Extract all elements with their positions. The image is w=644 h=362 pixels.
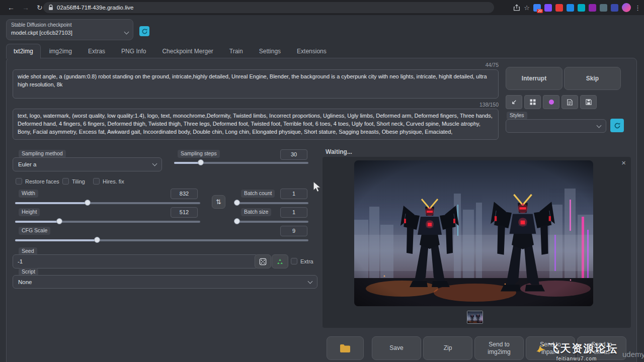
- sampling-steps-value[interactable]: 30: [280, 149, 307, 160]
- seed-input[interactable]: [13, 254, 258, 268]
- save-style-button[interactable]: [580, 95, 597, 109]
- purple-dot-icon: [548, 99, 554, 105]
- floppy-save-icon: [586, 99, 592, 105]
- chevron-down-icon: [308, 279, 313, 284]
- script-dropdown[interactable]: None: [13, 275, 317, 289]
- profile-avatar[interactable]: [622, 3, 631, 12]
- tab-extensions[interactable]: Extensions: [289, 44, 334, 59]
- send-to-img2img-button[interactable]: Send to img2img: [474, 336, 524, 360]
- hires-fix-label: Hires. fix: [103, 178, 124, 185]
- document-icon: [567, 99, 573, 106]
- restore-faces-checkbox[interactable]: Restore faces: [16, 178, 59, 185]
- styles-refresh-button[interactable]: [610, 119, 624, 132]
- paste-params-button[interactable]: [506, 95, 522, 109]
- hires-fix-checkbox[interactable]: Hires. fix: [93, 178, 124, 185]
- folder-icon: [340, 344, 351, 353]
- styles-dropdown[interactable]: [506, 119, 606, 133]
- batch-count-slider[interactable]: [235, 199, 308, 206]
- back-icon[interactable]: ←: [8, 0, 15, 15]
- width-label: Width: [19, 190, 38, 198]
- mouse-cursor: [313, 181, 324, 193]
- open-folder-button[interactable]: [327, 336, 364, 360]
- extension-icon[interactable]: [544, 4, 552, 12]
- prompt-token-counter: 44/75: [13, 62, 499, 68]
- batch-count-label: Batch count: [241, 190, 275, 198]
- output-gallery: ×: [323, 157, 631, 328]
- refresh-icon: [614, 122, 621, 129]
- height-value[interactable]: 512: [171, 207, 198, 218]
- extension-badge: 20: [537, 9, 543, 13]
- reuse-seed-button[interactable]: [272, 254, 288, 268]
- browser-toolbar: ← → ↻ 02a56ff4-71ff-439e.gradio.live ☆ 2…: [0, 0, 644, 15]
- height-label: Height: [19, 208, 40, 216]
- main-tabs: txt2img img2img Extras PNG Info Checkpoi…: [6, 44, 334, 59]
- extension-icon[interactable]: [555, 4, 563, 12]
- random-seed-button[interactable]: [255, 254, 271, 268]
- share-icon[interactable]: [513, 4, 520, 11]
- address-bar[interactable]: 02a56ff4-71ff-439e.gradio.live: [43, 2, 494, 13]
- cfg-scale-value[interactable]: 9: [280, 226, 307, 236]
- forward-icon[interactable]: →: [22, 0, 29, 15]
- extension-icon[interactable]: [578, 4, 585, 12]
- txt2img-panel: 44/75 wide shot angle, a (gundam:0.8) ro…: [6, 58, 637, 362]
- lock-icon: [48, 5, 53, 11]
- sampling-method-dropdown[interactable]: Euler a: [13, 157, 162, 171]
- height-slider[interactable]: [15, 218, 200, 225]
- reload-icon[interactable]: ↻: [37, 0, 43, 15]
- checkpoint-label: Stable Diffusion checkpoint: [11, 22, 128, 28]
- restore-faces-label: Restore faces: [25, 178, 59, 185]
- swap-icon: ⇅: [216, 198, 221, 206]
- batch-size-slider[interactable]: [235, 218, 308, 225]
- checkbox-icon: [291, 258, 297, 264]
- refresh-icon: [141, 28, 148, 35]
- url-text: 02a56ff4-71ff-439e.gradio.live: [57, 5, 133, 11]
- sampling-steps-slider[interactable]: [174, 159, 308, 166]
- negative-prompt-input[interactable]: text, logo, watermark, (worst quality, l…: [13, 109, 499, 140]
- save-button[interactable]: Save: [372, 336, 421, 360]
- skip-button[interactable]: Skip: [564, 67, 621, 90]
- checkpoint-value: model.ckpt [cc6cb27103]: [11, 30, 72, 36]
- sampling-method-value: Euler a: [18, 161, 36, 167]
- browser-menu-icon[interactable]: ⋮: [634, 4, 641, 12]
- sampling-method-label: Sampling method: [19, 150, 66, 158]
- tab-train[interactable]: Train: [222, 44, 251, 59]
- extension-icon[interactable]: [589, 4, 596, 12]
- gallery-thumbnail[interactable]: [467, 311, 483, 324]
- art-button[interactable]: [543, 95, 559, 109]
- batch-size-value[interactable]: 1: [280, 207, 307, 218]
- extension-icon[interactable]: [567, 4, 574, 12]
- batch-count-value[interactable]: 1: [280, 189, 307, 199]
- puzzle-extension-icon[interactable]: [600, 4, 607, 12]
- watermark-logo-icon: [535, 343, 546, 353]
- style-grid-button[interactable]: [524, 95, 541, 109]
- bookmark-star-icon[interactable]: ☆: [524, 4, 530, 12]
- interrupt-button[interactable]: Interrupt: [506, 67, 562, 90]
- checkpoint-dropdown[interactable]: Stable Diffusion checkpoint model.ckpt […: [6, 19, 133, 40]
- tab-settings[interactable]: Settings: [252, 44, 288, 59]
- zip-button[interactable]: Zip: [423, 336, 472, 360]
- tab-txt2img[interactable]: txt2img: [6, 44, 41, 59]
- arrow-down-left-icon: [511, 99, 517, 106]
- width-slider[interactable]: [15, 199, 200, 206]
- apply-style-button[interactable]: [561, 95, 578, 109]
- tab-img2img[interactable]: img2img: [42, 44, 79, 59]
- extension-icon[interactable]: [611, 4, 618, 12]
- cfg-scale-slider[interactable]: [15, 236, 308, 243]
- extension-icon[interactable]: 20: [533, 4, 541, 12]
- styles-label: Styles: [507, 112, 527, 120]
- tiling-checkbox[interactable]: Tiling: [62, 178, 85, 185]
- chevron-down-icon: [152, 161, 157, 166]
- prompt-tools: [506, 95, 597, 109]
- checkpoint-refresh-button[interactable]: [139, 26, 149, 36]
- tab-png-info[interactable]: PNG Info: [114, 44, 153, 59]
- tab-checkpoint-merger[interactable]: Checkpoint Merger: [154, 44, 220, 59]
- tab-extras[interactable]: Extras: [80, 44, 113, 59]
- batch-size-label: Batch size: [241, 208, 271, 216]
- close-icon[interactable]: ×: [621, 158, 626, 167]
- width-value[interactable]: 832: [171, 189, 198, 199]
- negative-token-counter: 138/150: [13, 102, 499, 108]
- generated-image[interactable]: [354, 160, 593, 306]
- swap-dimensions-button[interactable]: ⇅: [212, 195, 225, 209]
- seed-extra-checkbox[interactable]: Extra: [291, 258, 313, 264]
- prompt-input[interactable]: wide shot angle, a (gundam:0.8) robot st…: [13, 69, 499, 99]
